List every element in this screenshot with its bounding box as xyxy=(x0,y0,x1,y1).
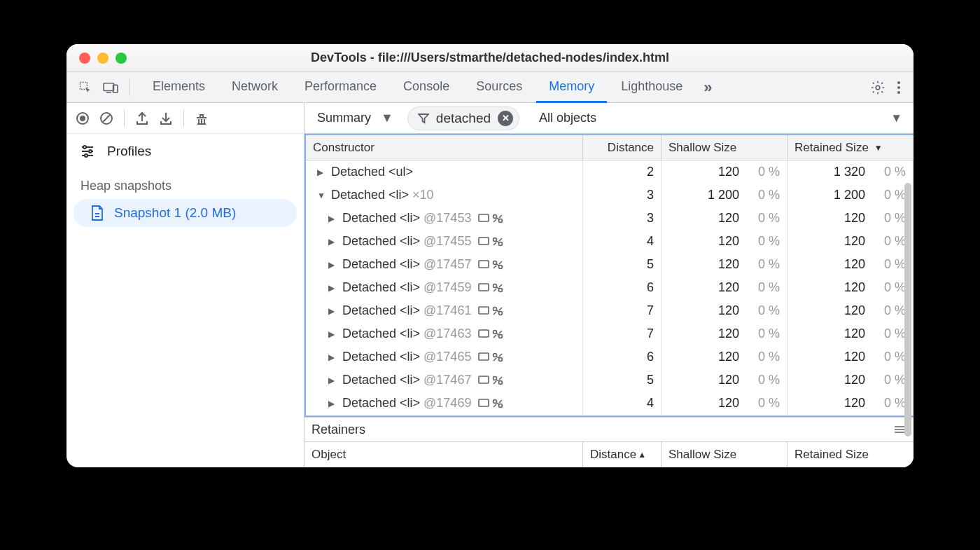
table-row[interactable]: ▶ Detached <li> @17465 6 1200 % 1200 % xyxy=(306,345,913,369)
more-tabs-icon[interactable]: » xyxy=(695,78,720,97)
settings-icon[interactable] xyxy=(867,77,888,98)
chevron-down-icon[interactable]: ▼ xyxy=(890,111,906,125)
table-row[interactable]: ▼ Detached <li> ×10 3 1 2000 % 1 2000 % xyxy=(306,184,913,207)
disclosure-icon[interactable]: ▶ xyxy=(328,283,338,293)
constructor-label: Detached <ul> xyxy=(331,165,413,179)
snapshot-file-icon xyxy=(90,205,104,221)
table-row[interactable]: ▶ Detached <li> @17455 4 1200 % 1200 % xyxy=(306,230,913,253)
shallow-value: 120 xyxy=(718,303,739,318)
table-row[interactable]: ▶ Detached <li> @17453 3 1200 % 1200 % xyxy=(306,207,913,230)
heap-snapshots-heading: Heap snapshots xyxy=(66,169,304,199)
clear-filter-icon[interactable]: ✕ xyxy=(498,111,513,126)
svg-rect-37 xyxy=(479,399,489,406)
table-row[interactable]: ▶ Detached <li> @17467 5 1200 % 1200 % xyxy=(306,369,913,392)
close-window-button[interactable] xyxy=(79,53,90,64)
disclosure-icon[interactable]: ▶ xyxy=(328,306,338,316)
tab-elements[interactable]: Elements xyxy=(140,72,218,103)
sort-asc-icon: ▲ xyxy=(638,450,646,460)
profiles-nav[interactable]: Profiles xyxy=(66,134,304,169)
view-dropdown[interactable]: Summary ▼ xyxy=(312,107,399,130)
minimize-window-button[interactable] xyxy=(97,53,108,64)
table-row[interactable]: ▶ Detached <li> @17461 7 1200 % 1200 % xyxy=(306,299,913,322)
table-row[interactable]: ▶ Detached <li> @17459 6 1200 % 1200 % xyxy=(306,276,913,299)
disclosure-icon[interactable]: ▶ xyxy=(328,376,338,385)
distance-value: 3 xyxy=(647,188,654,202)
col-retained[interactable]: Retained Size ▼ xyxy=(788,135,913,160)
device-toolbar-icon[interactable] xyxy=(100,77,121,98)
row-action-icons xyxy=(478,399,503,408)
rcol-object[interactable]: Object xyxy=(304,442,583,467)
disclosure-icon[interactable]: ▶ xyxy=(328,214,338,224)
garbage-collect-icon[interactable] xyxy=(191,108,212,129)
clear-icon[interactable] xyxy=(96,108,117,129)
svg-point-29 xyxy=(493,330,497,334)
svg-rect-22 xyxy=(479,284,489,291)
shallow-value: 120 xyxy=(718,326,739,341)
disclosure-icon[interactable]: ▶ xyxy=(328,399,338,408)
view-dropdown-label: Summary xyxy=(317,111,371,125)
constructor-label: Detached <li> @17453 xyxy=(342,211,471,226)
disclosure-icon[interactable]: ▼ xyxy=(317,191,327,200)
constructor-label: Detached <li> @17455 xyxy=(342,234,471,249)
col-distance[interactable]: Distance xyxy=(583,135,662,160)
disclosure-icon[interactable]: ▶ xyxy=(328,260,338,270)
table-row[interactable]: ▶ Detached <li> @17463 7 1200 % 1200 % xyxy=(306,322,913,345)
svg-rect-1 xyxy=(104,83,113,90)
rcol-retained[interactable]: Retained Size xyxy=(788,442,913,467)
divider xyxy=(183,110,184,127)
memory-sidebar: Profiles Heap snapshots Snapshot 1 (2.0 … xyxy=(66,103,304,467)
zoom-window-button[interactable] xyxy=(115,53,127,64)
tabs-row: ElementsNetworkPerformanceConsoleSources… xyxy=(66,72,913,103)
svg-point-26 xyxy=(493,307,497,310)
disclosure-icon[interactable]: ▶ xyxy=(328,352,338,362)
row-action-icons xyxy=(478,306,503,316)
distance-value: 5 xyxy=(647,257,654,272)
inspect-icon[interactable] xyxy=(75,77,96,98)
svg-point-21 xyxy=(499,265,503,268)
shallow-value: 120 xyxy=(718,257,739,272)
disclosure-icon[interactable]: ▶ xyxy=(328,329,338,339)
retained-value: 120 xyxy=(844,326,865,341)
save-profile-icon[interactable] xyxy=(155,108,176,129)
tab-lighthouse[interactable]: Lighthouse xyxy=(608,72,695,103)
rcol-distance[interactable]: Distance▲ xyxy=(583,442,662,467)
disclosure-icon[interactable]: ▶ xyxy=(317,167,327,177)
distance-value: 5 xyxy=(647,373,654,387)
kebab-menu-icon[interactable] xyxy=(888,77,909,98)
col-constructor[interactable]: Constructor xyxy=(306,135,583,160)
constructor-label: Detached <li> @17457 xyxy=(342,257,471,272)
distance-value: 7 xyxy=(647,326,654,341)
svg-point-24 xyxy=(499,288,503,291)
col-shallow[interactable]: Shallow Size xyxy=(662,135,788,160)
load-profile-icon[interactable] xyxy=(132,108,153,129)
table-row[interactable]: ▶ Detached <li> @17457 5 1200 % 1200 % xyxy=(306,253,913,276)
snapshot-item[interactable]: Snapshot 1 (2.0 MB) xyxy=(74,199,297,227)
disclosure-icon[interactable]: ▶ xyxy=(328,237,338,247)
scope-dropdown-label: All objects xyxy=(539,111,596,125)
tab-network[interactable]: Network xyxy=(219,72,290,103)
retained-pct: 0 % xyxy=(875,165,906,179)
tab-console[interactable]: Console xyxy=(391,72,462,103)
rcol-shallow[interactable]: Shallow Size xyxy=(662,442,788,467)
table-row[interactable]: ▶ Detached <li> @17469 4 1200 % 1200 % xyxy=(306,392,913,415)
distance-value: 3 xyxy=(647,211,654,226)
svg-point-30 xyxy=(499,334,503,338)
shallow-value: 120 xyxy=(718,165,739,179)
retainers-header: Retainers xyxy=(304,417,913,442)
record-icon[interactable] xyxy=(72,108,93,129)
table-row[interactable]: ▶ Detached <ul> 2 1200 % 1 3200 % xyxy=(306,160,913,184)
svg-point-17 xyxy=(493,238,497,241)
tab-performance[interactable]: Performance xyxy=(292,72,389,103)
tab-memory[interactable]: Memory xyxy=(536,72,607,103)
scrollbar[interactable] xyxy=(904,183,911,436)
class-filter-input[interactable]: detached ✕ xyxy=(407,106,519,130)
titlebar: DevTools - file:///Users/stmarthe/detach… xyxy=(66,44,913,72)
filter-icon xyxy=(418,113,429,124)
table-body[interactable]: ▶ Detached <ul> 2 1200 % 1 3200 % ▼ Deta… xyxy=(306,160,913,415)
scope-dropdown[interactable]: All objects xyxy=(533,107,602,130)
svg-rect-16 xyxy=(479,238,489,245)
tab-sources[interactable]: Sources xyxy=(463,72,535,103)
retained-value: 120 xyxy=(844,303,865,318)
svg-rect-13 xyxy=(479,214,489,221)
main-pane: Summary ▼ detached ✕ All objects ▼ xyxy=(304,103,913,467)
